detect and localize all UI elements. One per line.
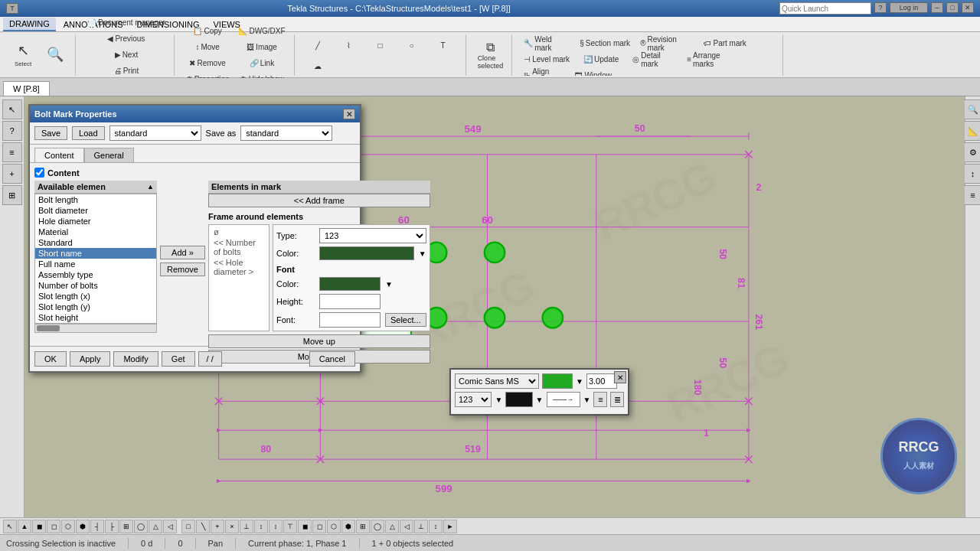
sidebar-btn-3[interactable]: ≡ bbox=[2, 142, 22, 162]
bt-20[interactable]: ⊤ bbox=[283, 520, 297, 533]
item-hole-diameter[interactable]: Hole diameter bbox=[35, 216, 156, 227]
save-as-combo[interactable]: standard bbox=[240, 126, 332, 141]
rsb-btn-1[interactable]: 🔍 bbox=[963, 99, 981, 119]
content-checkbox[interactable] bbox=[34, 168, 44, 178]
window-btn[interactable]: 🗔 Window bbox=[574, 68, 612, 76]
item-material[interactable]: Material bbox=[35, 227, 156, 237]
add-btn[interactable]: Add » bbox=[160, 246, 205, 259]
circle-btn[interactable]: ○ bbox=[397, 36, 427, 56]
detail-mark-btn[interactable]: ◎ Detail mark bbox=[629, 52, 682, 67]
bt-26[interactable]: ◯ bbox=[371, 520, 384, 533]
modify-btn[interactable]: Modify bbox=[113, 351, 158, 367]
bt-17[interactable]: ⊥ bbox=[240, 520, 253, 533]
height-input[interactable]: 2.50 bbox=[319, 294, 381, 309]
bt-14[interactable]: ╲ bbox=[196, 520, 210, 533]
bt-6[interactable]: ⬢ bbox=[76, 520, 90, 533]
login-btn[interactable]: Log in bbox=[890, 2, 928, 13]
system-menu[interactable]: T bbox=[6, 3, 18, 14]
frame-color-combo[interactable] bbox=[319, 246, 414, 260]
fp-font-select[interactable]: Comic Sans MS bbox=[455, 373, 539, 389]
help-btn[interactable]: ? bbox=[874, 2, 887, 13]
bt-18[interactable]: ↕ bbox=[254, 520, 268, 533]
ok-btn[interactable]: OK bbox=[34, 351, 67, 367]
rect-btn[interactable]: □ bbox=[365, 36, 396, 56]
minimize-btn[interactable]: ─ bbox=[931, 2, 943, 13]
bt-4[interactable]: ◻ bbox=[47, 520, 60, 533]
copy-btn[interactable]: 📋 Copy bbox=[182, 23, 234, 38]
fp-arrow-arrow[interactable]: ▼ bbox=[583, 396, 591, 404]
doc-manager-btn[interactable]: 📄 Document manager bbox=[83, 15, 169, 31]
rsb-btn-3[interactable]: ⚙ bbox=[963, 142, 981, 162]
fp-size-input[interactable] bbox=[586, 373, 617, 389]
bt-10[interactable]: ◯ bbox=[134, 520, 148, 533]
polyline-btn[interactable]: ⌇ bbox=[334, 36, 364, 56]
item-num-bolts[interactable]: Number of bolts bbox=[35, 280, 156, 291]
fp-color-green[interactable] bbox=[542, 373, 573, 389]
sidebar-btn-5[interactable]: ⊞ bbox=[2, 185, 22, 205]
level-mark-btn[interactable]: ⊣ Level mark bbox=[520, 52, 573, 67]
clone-selected-btn[interactable]: ⧉ Cloneselected bbox=[474, 37, 508, 73]
sidebar-btn-2[interactable]: ? bbox=[2, 121, 22, 141]
bt-9[interactable]: ⊞ bbox=[119, 520, 133, 533]
bt-3[interactable]: ◼ bbox=[32, 520, 46, 533]
item-standard[interactable]: Standard bbox=[35, 237, 156, 248]
frame-color-arrow[interactable]: ▼ bbox=[419, 249, 426, 258]
dwg-btn[interactable]: 📐 DWG/DXF bbox=[234, 23, 289, 38]
bt-15[interactable]: + bbox=[211, 520, 224, 533]
update-btn[interactable]: 🔄 Update bbox=[574, 52, 628, 67]
image-btn[interactable]: 🖼 Image bbox=[234, 39, 289, 54]
weld-mark-btn[interactable]: 🔧 Weld mark bbox=[520, 36, 573, 51]
remove-btn[interactable]: ✖ Remove bbox=[182, 55, 234, 70]
menu-drawing[interactable]: DRAWING bbox=[3, 18, 56, 31]
bt-12[interactable]: ◁ bbox=[163, 520, 177, 533]
bt-16[interactable]: × bbox=[225, 520, 239, 533]
bt-19[interactable]: ↕ bbox=[269, 520, 283, 533]
move-btn[interactable]: ↕ Move bbox=[182, 39, 234, 54]
fp-text-color[interactable] bbox=[505, 392, 532, 407]
sidebar-btn-4[interactable]: + bbox=[2, 164, 22, 184]
font-select-btn[interactable]: Select... bbox=[385, 313, 426, 327]
tab-content[interactable]: Content bbox=[34, 148, 84, 162]
font-color-arrow[interactable]: ▼ bbox=[385, 280, 393, 289]
item-assembly-type[interactable]: Assembly type bbox=[35, 269, 156, 280]
revision-mark-btn[interactable]: ® Revision mark bbox=[636, 36, 697, 51]
bt-5[interactable]: ⬡ bbox=[61, 520, 75, 533]
maximize-btn[interactable]: □ bbox=[946, 2, 959, 13]
part-mark-btn[interactable]: 🏷 Part mark bbox=[698, 36, 752, 51]
item-bolt-length[interactable]: Bolt length bbox=[35, 194, 156, 205]
sort-arrow[interactable]: ▲ bbox=[147, 183, 154, 191]
fp-style-arrow[interactable]: ▼ bbox=[495, 396, 502, 404]
fp-arrow-style[interactable]: ——→ bbox=[547, 392, 580, 407]
load-btn[interactable]: Load bbox=[72, 126, 104, 140]
rsb-btn-4[interactable]: ↕ bbox=[963, 164, 981, 184]
dialog-close-btn[interactable]: ✕ bbox=[343, 109, 355, 119]
next-btn[interactable]: ▶ Next bbox=[83, 47, 169, 63]
add-frame-btn[interactable]: << Add frame bbox=[208, 194, 430, 207]
apply-btn[interactable]: Apply bbox=[70, 351, 111, 367]
item-slot-height[interactable]: Slot height bbox=[35, 312, 156, 323]
bt-2[interactable]: ▲ bbox=[18, 520, 31, 533]
available-scrollbar[interactable] bbox=[34, 324, 157, 333]
bt-31[interactable]: ► bbox=[443, 520, 457, 533]
arrange-marks-btn[interactable]: ≡ Arrange marks bbox=[683, 52, 744, 67]
bt-11[interactable]: △ bbox=[149, 520, 162, 533]
get-btn[interactable]: Get bbox=[162, 351, 195, 367]
fp-bold-btn[interactable]: ≡ bbox=[593, 392, 607, 407]
align-marks-btn[interactable]: ⊪ Align marks bbox=[520, 68, 573, 76]
font-color-swatch[interactable] bbox=[319, 277, 381, 291]
bt-25[interactable]: ⊞ bbox=[356, 520, 370, 533]
item-slot-y[interactable]: Slot length (y) bbox=[35, 302, 156, 312]
bt-30[interactable]: ↕ bbox=[429, 520, 443, 533]
fp-list-btn[interactable]: ≣ bbox=[610, 392, 624, 407]
tool-select[interactable]: ↖ Select bbox=[8, 37, 38, 73]
print-btn[interactable]: 🖨 Print bbox=[83, 64, 169, 79]
bt-7[interactable]: ┤ bbox=[90, 520, 104, 533]
tool-zoom[interactable]: 🔍 bbox=[40, 37, 70, 73]
load-combo[interactable]: standard bbox=[109, 126, 201, 141]
rsb-btn-2[interactable]: 📐 bbox=[963, 121, 981, 141]
font-popup-close[interactable]: ✕ bbox=[614, 371, 626, 383]
separator-btn[interactable]: / / bbox=[198, 351, 222, 367]
fp-color-arrow[interactable]: ▼ bbox=[576, 377, 583, 386]
close-btn[interactable]: ✕ bbox=[962, 2, 974, 13]
previous-btn[interactable]: ◀ Previous bbox=[83, 31, 169, 47]
